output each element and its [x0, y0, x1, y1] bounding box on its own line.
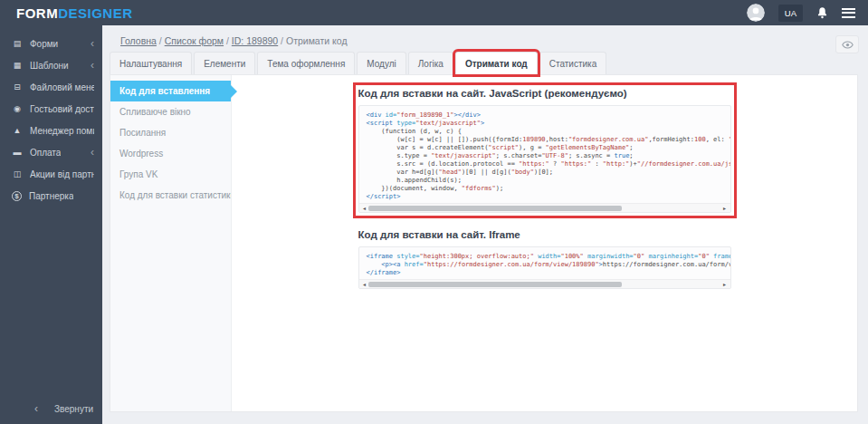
- tab-modules[interactable]: Модулі: [357, 52, 405, 74]
- code-token: ;: [629, 152, 633, 159]
- code-token: , el:: [706, 136, 729, 143]
- code-line: (w[c] = w[c] || []).push({formId:189890,…: [367, 136, 723, 144]
- code-token: <p><a: [381, 261, 404, 268]
- tab-settings[interactable]: Налаштування: [110, 52, 192, 74]
- code-token: )+: [629, 160, 636, 168]
- horizontal-scrollbar[interactable]: ◂▸: [359, 279, 730, 288]
- sidebar-item-affiliate[interactable]: $Партнерка: [0, 185, 102, 207]
- preview-button[interactable]: [835, 35, 859, 53]
- submenu-item-stats-code[interactable]: Код для вставки статистики: [110, 185, 231, 206]
- code-token: ,formHeight:: [648, 136, 694, 143]
- code-token: href=: [405, 261, 424, 268]
- user-avatar[interactable]: [747, 4, 765, 22]
- code-line: </script>: [367, 193, 723, 201]
- code-token: marginwidth=: [587, 253, 634, 260]
- submenu-item-vk-group[interactable]: Група VK: [110, 164, 231, 185]
- code-token: (function (d, w, c) {: [367, 128, 462, 135]
- breadcrumb-current: Отримати код: [286, 35, 348, 46]
- horizontal-scrollbar[interactable]: ◂▸: [359, 203, 730, 212]
- code-token: var s = d.createElement(: [367, 144, 489, 151]
- tab-get-code[interactable]: Отримати код: [455, 52, 538, 74]
- submenu-item-link[interactable]: Посилання: [110, 122, 231, 143]
- code-line: </iframe>: [367, 269, 723, 277]
- iframe-embed-section: Код для вставки на сайт. Iframe<iframe s…: [358, 229, 731, 289]
- logo-text-primary: FORM: [16, 5, 58, 21]
- breadcrumb-separator: /: [278, 35, 286, 46]
- code-token: id=: [386, 111, 397, 119]
- code-token: https://formdesigner.com.ua/form/view: [603, 261, 730, 268]
- hamburger-menu-icon[interactable]: [842, 5, 855, 20]
- code-token: ; s.charset=: [496, 152, 542, 159]
- sidebar-item-payments[interactable]: ▬Оплата‹: [0, 141, 102, 163]
- code-token: ?: [549, 160, 561, 168]
- code-line: var s = d.createElement("script"), g = "…: [367, 144, 723, 152]
- sidebar-item-label: Файловий менеджер: [30, 82, 94, 92]
- code-token: ;: [629, 144, 633, 151]
- sidebar-item-label: Гостьовий доступ: [30, 104, 94, 114]
- sidebar-item-forms[interactable]: ▤Форми‹: [0, 33, 102, 54]
- code-line: <iframe style="height:300px; overflow:au…: [367, 253, 723, 261]
- submenu-item-wordpress[interactable]: Wordpress: [110, 143, 231, 164]
- code-token: 189890: [522, 136, 545, 143]
- content-area: Головна / Список форм / ID: 189890 / Отр…: [102, 25, 868, 424]
- code-token: [367, 261, 382, 268]
- logo-text-secondary: DESIGNER: [58, 5, 132, 21]
- bell-glyph: [816, 6, 828, 19]
- code-token: <script: [367, 120, 397, 127]
- code-token: })(document, window,: [367, 185, 462, 192]
- breadcrumb: Головна / Список форм / ID: 189890 / Отр…: [120, 35, 348, 46]
- file-manager-icon: ⊟: [12, 82, 23, 92]
- sidebar-item-guest-access[interactable]: ◉Гостьовий доступ: [0, 98, 102, 120]
- breadcrumb-link[interactable]: ID: 189890: [232, 35, 278, 46]
- scrollbar-track[interactable]: [368, 281, 721, 288]
- code-token: "100%": [560, 253, 583, 260]
- tab-theme[interactable]: Тема оформлення: [257, 52, 355, 74]
- sidebar-item-templates[interactable]: ▦Шаблони‹: [0, 54, 102, 76]
- breadcrumb-separator: /: [157, 35, 165, 46]
- code-content: <div id="form_189890_1"></div><script ty…: [359, 106, 730, 203]
- scroll-left-arrow-icon[interactable]: ◂: [361, 205, 368, 211]
- breadcrumb-link[interactable]: Список форм: [165, 35, 224, 46]
- submenu-item-popup-window[interactable]: Спливаюче вікно: [110, 101, 231, 122]
- scrollbar-thumb[interactable]: [368, 282, 623, 287]
- sidebar-item-partner-promos[interactable]: ◫Акции від партнерів: [0, 163, 102, 185]
- code-box[interactable]: <div id="form_189890_1"></div><script ty…: [358, 105, 731, 213]
- scroll-left-arrow-icon[interactable]: ◂: [361, 281, 368, 287]
- submenu: Код для вставленняСпливаюче вікноПосилан…: [110, 75, 232, 411]
- code-token: "script": [488, 144, 519, 151]
- submenu-item-embed-code[interactable]: Код для вставлення: [110, 81, 231, 101]
- scrollbar-thumb[interactable]: [368, 206, 623, 211]
- scroll-right-arrow-icon[interactable]: ▸: [721, 281, 729, 287]
- sidebar-item-file-manager[interactable]: ⊟Файловий менеджер: [0, 76, 102, 98]
- breadcrumb-link[interactable]: Головна: [120, 35, 157, 46]
- code-token: );: [496, 185, 503, 192]
- code-token: "//formdesigner.com.ua/js/ifor: [637, 160, 730, 168]
- code-token: style=: [396, 253, 419, 260]
- language-selector[interactable]: UA: [778, 5, 803, 22]
- code-token: ), g =: [519, 144, 546, 151]
- sidebar-item-error-manager[interactable]: ▲Менеджер помилок: [0, 120, 102, 141]
- code-token: )[0] || d[g](: [462, 169, 511, 176]
- js-embed-section: Код для вставки на сайт. JavaScript (рек…: [358, 88, 731, 213]
- guest-access-icon: ◉: [12, 104, 23, 113]
- code-box[interactable]: <iframe style="height:300px; overflow:au…: [358, 246, 731, 289]
- tab-statistics[interactable]: Статистика: [539, 52, 607, 74]
- code-token: true: [614, 152, 629, 159]
- code-line: })(document, window, "fdforms");: [367, 185, 723, 193]
- notifications-bell-icon[interactable]: [816, 6, 828, 19]
- code-line: <p><a href="https://formdesigner.com.ua/…: [367, 261, 723, 269]
- sidebar-collapse-button[interactable]: ‹ Звернути: [0, 402, 102, 415]
- scrollbar-track[interactable]: [368, 205, 721, 212]
- templates-icon: ▦: [12, 61, 23, 70]
- code-token: 100: [694, 136, 706, 143]
- app-logo[interactable]: FORMDESIGNER: [16, 5, 133, 21]
- tab-elements[interactable]: Елементи: [194, 52, 255, 74]
- scroll-right-arrow-icon[interactable]: ▸: [721, 205, 729, 211]
- code-token: framebor: [713, 253, 730, 260]
- code-line: s.src = (d.location.protocol == "https:"…: [367, 160, 723, 169]
- tab-logic[interactable]: Логіка: [408, 52, 453, 74]
- code-token: "formdesigner.com.ua": [568, 136, 649, 143]
- forms-icon: ▤: [12, 39, 23, 48]
- error-manager-icon: ▲: [12, 126, 23, 135]
- sidebar-item-label: Форми: [30, 39, 58, 49]
